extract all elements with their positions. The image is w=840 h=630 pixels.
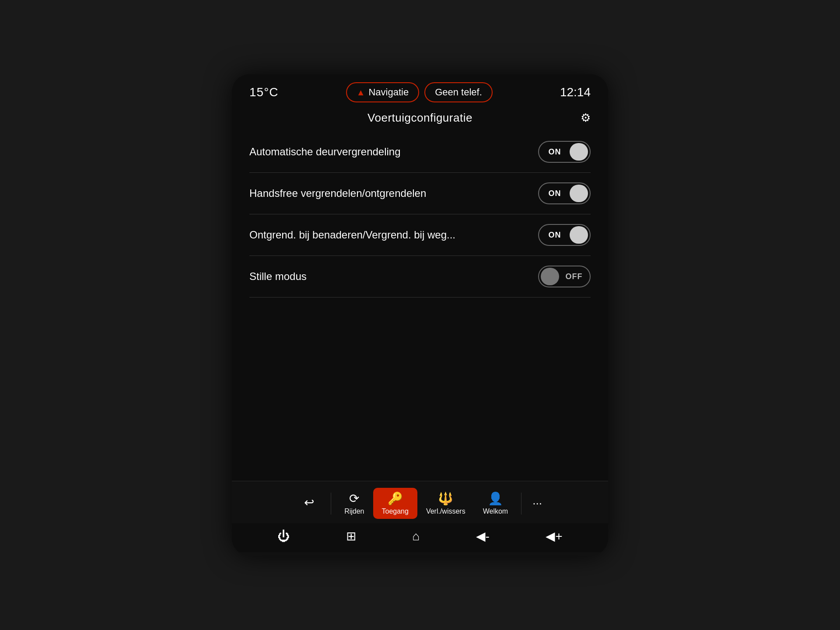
toggle-silent-knob: [541, 268, 559, 285]
tab-toegang[interactable]: 🔑 Toegang: [373, 488, 417, 519]
toggle-proximity-knob: [570, 226, 588, 244]
tab-separator-2: [521, 493, 522, 514]
bottom-tabs: ↩ ⟳ Rijden 🔑 Toegang 🔱 Verl./wissers 👤 W…: [232, 486, 608, 523]
setting-label-silent: Stille modus: [249, 270, 307, 283]
toggle-handsfree-text: ON: [549, 189, 561, 198]
toggle-auto-lock[interactable]: ON: [538, 141, 591, 163]
tab-rijden-label: Rijden: [344, 508, 364, 515]
toegang-icon: 🔑: [388, 491, 403, 506]
tab-verl-wissers[interactable]: 🔱 Verl./wissers: [417, 488, 474, 519]
page-title: Voertuigconfiguratie: [368, 111, 472, 125]
bottom-nav: ↩ ⟳ Rijden 🔑 Toegang 🔱 Verl./wissers 👤 W…: [232, 481, 608, 556]
volume-down-button[interactable]: ◀-: [469, 527, 496, 546]
setting-row-proximity: Ontgrend. bij benaderen/Vergrend. bij we…: [249, 214, 591, 256]
tab-more[interactable]: ···: [526, 493, 549, 514]
spacer: [232, 306, 608, 481]
nav-arrow-icon: ▲: [357, 88, 365, 98]
vehicle-config-icon[interactable]: ⚙: [581, 111, 591, 125]
tab-back[interactable]: ↩: [291, 492, 326, 515]
setting-label-auto-lock: Automatische deurvergrendeling: [249, 146, 401, 158]
setting-row-auto-lock: Automatische deurvergrendeling ON: [249, 131, 591, 173]
main-screen: 15°C ▲ Navigatie Geen telef. 12:14 Voert…: [232, 74, 608, 556]
toggle-proximity[interactable]: ON: [538, 224, 591, 246]
temperature-display: 15°C: [249, 85, 279, 99]
toggle-silent-text: OFF: [566, 272, 583, 281]
rijden-icon: ⟳: [349, 491, 359, 506]
tab-separator-1: [331, 493, 331, 514]
header: 15°C ▲ Navigatie Geen telef. 12:14: [232, 74, 608, 107]
setting-row-silent: Stille modus OFF: [249, 256, 591, 298]
toggle-handsfree-knob: [570, 185, 588, 202]
page-title-area: Voertuigconfiguratie ⚙: [232, 107, 608, 131]
system-bar: ⏻ ⊞ ⌂ ◀- ◀+: [232, 523, 608, 552]
grid-button[interactable]: ⊞: [340, 527, 363, 546]
toggle-handsfree[interactable]: ON: [538, 182, 591, 204]
tab-verl-wissers-label: Verl./wissers: [426, 508, 466, 515]
verl-wissers-icon: 🔱: [438, 491, 453, 506]
tab-welkom-label: Welkom: [483, 508, 508, 515]
settings-list: Automatische deurvergrendeling ON Handsf…: [232, 131, 608, 306]
time-display: 12:14: [560, 85, 591, 99]
setting-row-relock: Automatisch hervergrendelen ON: [249, 298, 591, 306]
power-button[interactable]: ⏻: [271, 527, 296, 546]
volume-up-button[interactable]: ◀+: [539, 527, 569, 546]
toggle-auto-lock-knob: [570, 143, 588, 161]
setting-label-proximity: Ontgrend. bij benaderen/Vergrend. bij we…: [249, 229, 455, 241]
back-icon: ↩: [304, 495, 314, 510]
tab-toegang-label: Toegang: [382, 508, 409, 515]
header-buttons: ▲ Navigatie Geen telef.: [346, 82, 493, 102]
tab-welkom[interactable]: 👤 Welkom: [474, 488, 517, 519]
tab-rijden[interactable]: ⟳ Rijden: [336, 488, 373, 519]
home-button[interactable]: ⌂: [406, 527, 426, 546]
toggle-proximity-text: ON: [549, 231, 561, 240]
toggle-silent[interactable]: OFF: [538, 266, 591, 287]
toggle-auto-lock-text: ON: [549, 147, 561, 157]
navigation-button[interactable]: ▲ Navigatie: [346, 82, 420, 102]
setting-row-handsfree: Handsfree vergrendelen/ontgrendelen ON: [249, 173, 591, 214]
welkom-icon: 👤: [488, 491, 503, 506]
setting-label-handsfree: Handsfree vergrendelen/ontgrendelen: [249, 187, 426, 200]
phone-button[interactable]: Geen telef.: [424, 82, 493, 102]
